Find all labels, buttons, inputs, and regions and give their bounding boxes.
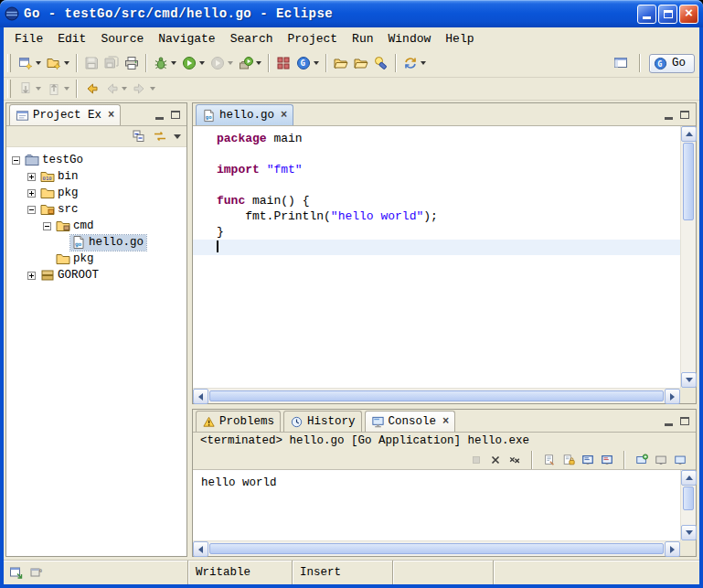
scroll-up-button[interactable] [681, 470, 697, 486]
tree-item-goroot[interactable]: GOROOT [6, 267, 186, 283]
scroll-left-button[interactable] [193, 389, 208, 404]
tree-item-bin[interactable]: 010 bin [6, 168, 186, 185]
run-button[interactable] [179, 53, 208, 73]
minimize-console-button[interactable] [660, 413, 676, 429]
external-tools-button[interactable] [236, 53, 264, 73]
tree-item-src[interactable]: src [6, 201, 186, 218]
last-edit-location-button[interactable] [81, 79, 101, 99]
menu-search[interactable]: Search [223, 30, 281, 48]
menu-help[interactable]: Help [438, 30, 481, 48]
dropdown-arrow-icon[interactable] [256, 61, 261, 65]
scroll-down-button[interactable] [681, 372, 697, 388]
tree-item-cmd[interactable]: cmd [6, 218, 186, 234]
new-button[interactable] [16, 53, 44, 73]
scroll-right-button[interactable] [665, 389, 680, 404]
collapse-all-button[interactable] [132, 129, 146, 144]
dropdown-arrow-icon[interactable] [64, 61, 69, 65]
go-button[interactable]: G [293, 53, 322, 73]
dropdown-arrow-icon[interactable] [421, 61, 426, 65]
show-stderr-button[interactable] [601, 454, 613, 466]
collapse-expander-icon[interactable] [12, 156, 20, 165]
dropdown-arrow-icon[interactable] [228, 61, 233, 65]
view-menu-button[interactable] [174, 134, 181, 139]
next-annotation-button[interactable] [16, 79, 44, 99]
editor-vertical-scrollbar[interactable] [680, 126, 696, 388]
maximize-view-button[interactable] [167, 107, 184, 123]
scroll-left-button[interactable] [193, 541, 208, 557]
dropdown-arrow-icon[interactable] [36, 61, 41, 65]
expand-expander-icon[interactable] [27, 272, 36, 280]
menu-source[interactable]: Source [93, 30, 151, 48]
forward-button[interactable] [130, 79, 158, 99]
search-button[interactable] [371, 53, 391, 73]
save-all-button[interactable] [101, 53, 122, 73]
scrollbar-thumb[interactable] [209, 390, 664, 401]
dropdown-arrow-icon[interactable] [199, 61, 205, 65]
console-vertical-scrollbar[interactable] [680, 470, 696, 540]
dropdown-arrow-icon[interactable] [122, 87, 127, 91]
menu-file[interactable]: File [7, 30, 50, 48]
restore-views-button[interactable]: 0 [29, 565, 44, 580]
terminate-button[interactable] [470, 454, 483, 466]
console-output-area[interactable]: hello world [193, 469, 696, 556]
tab-console[interactable]: Console × [365, 411, 456, 432]
dropdown-arrow-icon[interactable] [64, 87, 69, 91]
dropdown-arrow-icon[interactable] [171, 61, 176, 65]
close-tab-icon[interactable]: × [281, 109, 287, 122]
tree-item-hello-go[interactable]: go hello.go [6, 234, 186, 251]
menu-window[interactable]: Window [381, 30, 439, 48]
link-with-editor-button[interactable] [153, 129, 167, 144]
expand-expander-icon[interactable] [27, 189, 36, 198]
tree-item-pkg-src[interactable]: pkg [6, 251, 186, 267]
dropdown-arrow-icon[interactable] [314, 61, 319, 65]
synchronize-button[interactable] [400, 53, 429, 73]
collapse-expander-icon[interactable] [43, 222, 51, 230]
menu-edit[interactable]: Edit [50, 30, 93, 48]
scrollbar-thumb[interactable] [209, 543, 664, 554]
close-view-icon[interactable]: × [442, 415, 449, 428]
print-button[interactable] [122, 53, 142, 73]
code-area[interactable]: package main import "fmt" func main() { … [193, 126, 680, 388]
tree-item-pkg[interactable]: pkg [6, 185, 186, 201]
minimize-button[interactable] [637, 5, 656, 24]
toolbar-grip[interactable] [7, 54, 11, 72]
show-stdout-button[interactable] [581, 454, 594, 466]
tab-problems[interactable]: Problems [196, 411, 281, 432]
tree-item-testgo[interactable]: testGo [6, 152, 186, 168]
console-horizontal-scrollbar[interactable] [193, 540, 680, 556]
collapse-expander-icon[interactable] [27, 206, 36, 214]
maximize-editor-button[interactable] [676, 107, 693, 123]
maximize-button[interactable] [658, 5, 677, 24]
back-button[interactable] [101, 79, 130, 99]
fast-view-button[interactable] [9, 565, 24, 580]
editor-horizontal-scrollbar[interactable] [193, 388, 680, 403]
tab-history[interactable]: History [283, 411, 362, 432]
new-go-element-button[interactable] [273, 53, 293, 73]
dropdown-arrow-icon[interactable] [150, 87, 155, 91]
clear-console-button[interactable] [543, 454, 556, 466]
previous-annotation-button[interactable] [44, 79, 72, 99]
profile-button[interactable] [208, 53, 236, 73]
scroll-down-button[interactable] [681, 525, 697, 540]
tab-hello-go[interactable]: go hello.go × [196, 104, 293, 125]
maximize-console-button[interactable] [676, 413, 693, 429]
close-button[interactable]: × [679, 5, 698, 24]
close-view-icon[interactable]: × [108, 109, 114, 122]
title-bar[interactable]: Go - testGo/src/cmd/hello.go - Eclipse × [0, 0, 703, 27]
remove-all-launches-button[interactable] [508, 454, 521, 466]
scrollbar-thumb[interactable] [683, 143, 694, 220]
menu-project[interactable]: Project [280, 30, 345, 48]
dropdown-arrow-icon[interactable] [36, 87, 41, 91]
remove-launch-button[interactable] [489, 454, 502, 466]
new-file-button[interactable] [44, 53, 72, 73]
scroll-lock-button[interactable] [562, 454, 575, 466]
go-perspective-button[interactable]: G Go [649, 54, 695, 73]
scrollbar-thumb[interactable] [683, 486, 694, 510]
menu-navigate[interactable]: Navigate [151, 30, 222, 48]
open-package-button[interactable] [351, 53, 371, 73]
expand-expander-icon[interactable] [27, 173, 36, 181]
minimize-editor-button[interactable] [660, 107, 676, 123]
open-console-button[interactable] [674, 454, 688, 466]
scroll-right-button[interactable] [665, 541, 680, 557]
open-perspective-button[interactable] [611, 53, 631, 73]
